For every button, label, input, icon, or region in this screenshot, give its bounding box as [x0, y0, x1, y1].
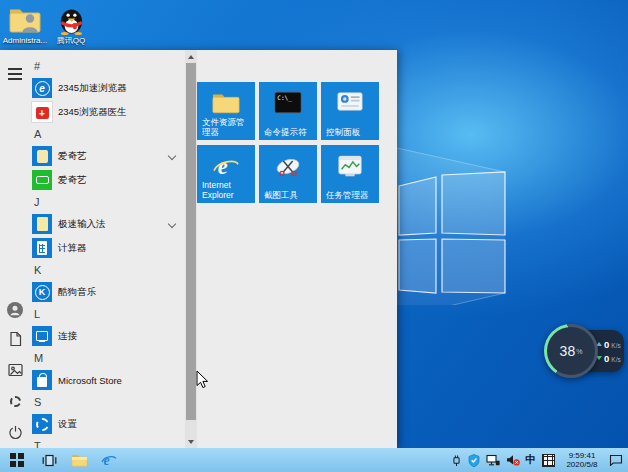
- usb-device-icon[interactable]: [451, 453, 462, 467]
- section-header-j[interactable]: J: [30, 192, 183, 212]
- volume-muted-icon[interactable]: [506, 454, 520, 466]
- scrollbar-thumb[interactable]: [186, 63, 196, 420]
- pictures-button[interactable]: [7, 362, 23, 378]
- control-panel-icon: [321, 91, 379, 112]
- pictures-icon: [8, 363, 23, 377]
- section-header-hash[interactable]: #: [30, 56, 183, 76]
- clock-time: 9:59:41: [561, 451, 603, 460]
- microsoft-store-icon: [32, 370, 52, 390]
- scrollbar-up-arrow[interactable]: [185, 50, 197, 63]
- task-view-button[interactable]: [34, 448, 64, 472]
- section-header-s[interactable]: S: [30, 392, 183, 412]
- internet-explorer-icon: e: [101, 452, 117, 468]
- task-manager-icon: [321, 154, 379, 179]
- desktop-icon-label: Administra...: [2, 36, 48, 45]
- section-header-k[interactable]: K: [30, 260, 183, 280]
- section-header-m[interactable]: M: [30, 348, 183, 368]
- windows-logo-wallpaper: [388, 130, 518, 305]
- tile-command-prompt[interactable]: C:\_ 命令提示符: [259, 82, 317, 140]
- start-button[interactable]: [0, 448, 34, 472]
- memory-usage-ring[interactable]: 38 %: [544, 324, 598, 378]
- section-header-l[interactable]: L: [30, 304, 183, 324]
- task-view-icon: [42, 454, 57, 467]
- qq-penguin-icon: [58, 6, 85, 35]
- file-explorer-button[interactable]: [64, 448, 94, 472]
- network-icon[interactable]: [486, 454, 500, 466]
- taskbar: e 中: [0, 448, 628, 472]
- action-center-icon[interactable]: [609, 454, 623, 466]
- windows-desktop: Administra... 腾讯QQ: [0, 0, 628, 472]
- system-tray: 中 9:59:41 2020/5/8: [451, 448, 628, 472]
- settings-button[interactable]: [7, 393, 23, 409]
- app-item-2345-browser[interactable]: 2345加速浏览器: [30, 76, 183, 100]
- kugou-music-icon: [32, 282, 52, 302]
- iqiyi-green-icon: [32, 170, 52, 190]
- app-item-microsoft-store[interactable]: Microsoft Store: [30, 368, 183, 392]
- tile-control-panel[interactable]: 控制面板: [321, 82, 379, 140]
- svg-text:e: e: [104, 453, 110, 468]
- snipping-tool-icon: [259, 154, 317, 179]
- clock-date: 2020/5/8: [561, 460, 603, 469]
- avatar-icon: [7, 302, 23, 318]
- tile-task-manager[interactable]: 任务管理器: [321, 145, 379, 203]
- document-icon: [8, 331, 23, 347]
- connect-icon: [32, 326, 52, 346]
- tile-snipping-tool[interactable]: 截图工具: [259, 145, 317, 203]
- user-avatar[interactable]: [7, 302, 23, 318]
- taskbar-clock[interactable]: 9:59:41 2020/5/8: [561, 451, 603, 469]
- desktop-icon-label: 腾讯QQ: [48, 36, 94, 45]
- jisu-ime-icon: [32, 214, 52, 234]
- svg-text:C:\_: C:\_: [277, 94, 292, 102]
- iqiyi-blue-icon: [32, 146, 52, 166]
- command-prompt-icon: C:\_: [259, 91, 317, 114]
- file-explorer-icon: [197, 91, 255, 114]
- scrollbar-down-arrow[interactable]: [185, 435, 197, 448]
- upload-speed-row: 0 K/s: [596, 339, 624, 350]
- app-item-connect[interactable]: 连接: [30, 324, 183, 348]
- ime-grid-icon[interactable]: [542, 454, 555, 467]
- file-explorer-icon: [71, 453, 88, 467]
- desktop-icon-administrator[interactable]: Administra...: [2, 6, 48, 45]
- internet-explorer-icon: e: [197, 154, 255, 180]
- desktop-icon-tencent-qq[interactable]: 腾讯QQ: [48, 6, 94, 45]
- start-menu-app-list: # 2345加速浏览器 2345浏览器医生 A 爱奇艺 爱奇艺 J: [30, 56, 183, 456]
- app-item-settings[interactable]: 设置: [30, 412, 183, 436]
- 2345-doctor-icon: [32, 102, 52, 122]
- ime-language-indicator[interactable]: 中: [526, 453, 537, 467]
- settings-app-icon: [32, 414, 52, 434]
- start-menu-rail: [0, 50, 30, 448]
- svg-text:e: e: [218, 154, 228, 179]
- documents-button[interactable]: [7, 331, 23, 347]
- chevron-down-icon[interactable]: [168, 152, 176, 160]
- tile-file-explorer[interactable]: 文件资源管理器: [197, 82, 255, 140]
- app-item-kugou-music[interactable]: 酷狗音乐: [30, 280, 183, 304]
- mouse-cursor: [196, 370, 209, 389]
- menu-icon[interactable]: [8, 65, 22, 83]
- tile-internet-explorer[interactable]: e Internet Explorer: [197, 145, 255, 203]
- app-item-calculator[interactable]: 计算器: [30, 236, 183, 260]
- app-item-iqiyi[interactable]: 爱奇艺: [30, 168, 183, 192]
- chevron-down-icon[interactable]: [168, 220, 176, 228]
- app-item-2345-doctor[interactable]: 2345浏览器医生: [30, 100, 183, 124]
- user-folder-icon: [8, 6, 42, 35]
- section-header-a[interactable]: A: [30, 124, 183, 144]
- download-speed-row: 0 K/s: [596, 353, 624, 364]
- app-item-iqiyi-group[interactable]: 爱奇艺: [30, 144, 183, 168]
- calculator-icon: [32, 238, 52, 258]
- security-shield-icon[interactable]: [468, 454, 480, 467]
- internet-explorer-button[interactable]: e: [94, 448, 124, 472]
- start-menu-tiles: 文件资源管理器 C:\_ 命令提示符: [197, 82, 379, 203]
- windows-logo-icon: [10, 453, 24, 467]
- power-button[interactable]: [7, 424, 23, 440]
- power-icon: [8, 425, 23, 440]
- gear-icon: [10, 396, 21, 407]
- usage-percent: 38 %: [547, 327, 595, 375]
- 2345-browser-icon: [32, 78, 52, 98]
- app-item-jisu-ime[interactable]: 极速输入法: [30, 212, 183, 236]
